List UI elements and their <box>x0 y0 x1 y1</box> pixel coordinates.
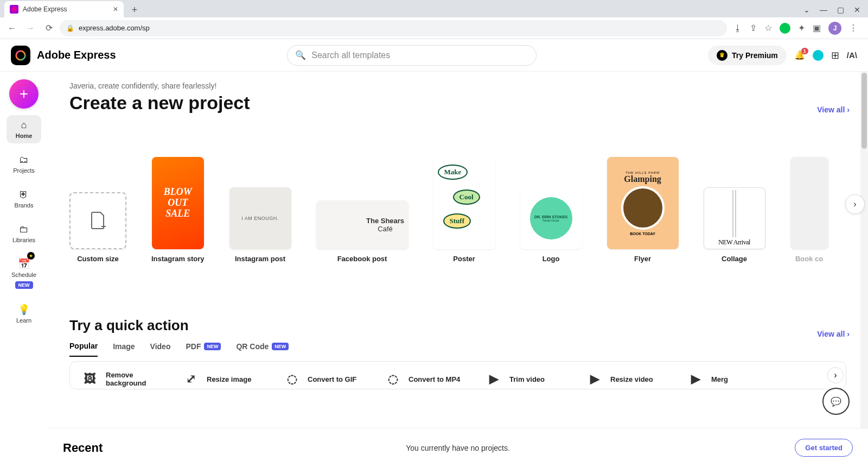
scrollbar-thumb[interactable] <box>861 73 867 149</box>
template-book-cover[interactable]: Book co <box>790 157 828 263</box>
adobe-icon[interactable]: /A\ <box>847 51 857 60</box>
sidebar-item-home[interactable]: ⌂ Home <box>7 115 41 143</box>
extensions-icon[interactable]: ✦ <box>798 23 805 33</box>
menu-icon[interactable]: ⋮ <box>849 23 858 33</box>
action-trim-video[interactable]: ▶Trim video <box>484 369 571 389</box>
chevron-right-icon: › <box>834 370 837 380</box>
mp4-icon: ◌ <box>384 370 402 388</box>
sidebar-item-projects[interactable]: 🗂 Projects <box>7 150 41 178</box>
try-premium-label: Try Premium <box>732 51 778 60</box>
close-window-icon[interactable]: ✕ <box>854 5 860 14</box>
get-started-button[interactable]: Get started <box>795 439 853 457</box>
quick-action-tabs: Popular Image Video PDFNEW QR CodeNEW <box>69 342 863 357</box>
card-label: Poster <box>453 255 475 263</box>
sidebar-item-brands[interactable]: ⛨ Brands <box>7 185 41 213</box>
try-premium-button[interactable]: ♛ Try Premium <box>708 46 787 65</box>
sidebar: + ⌂ Home 🗂 Projects ⛨ Brands 🗀 Libraries… <box>0 72 48 467</box>
sidebar-item-learn[interactable]: 💡 Learn <box>7 300 41 328</box>
install-icon[interactable]: ⭳ <box>733 23 742 33</box>
action-resize-video[interactable]: ▶Resize video <box>585 369 672 389</box>
actions-next-button[interactable]: › <box>827 367 844 383</box>
chevron-right-icon: › <box>847 105 850 114</box>
new-tab-button[interactable]: + <box>127 2 142 17</box>
window-controls: ⌄ — ▢ ✕ <box>796 5 868 17</box>
carousel-next-button[interactable]: › <box>845 194 865 214</box>
tab-pdf[interactable]: PDFNEW <box>186 342 221 356</box>
sidebar-item-label: Brands <box>15 202 34 209</box>
card-label: Book co <box>795 255 823 263</box>
profile-avatar[interactable]: J <box>828 22 841 35</box>
custom-size-thumb <box>69 192 126 249</box>
sidebar-item-libraries[interactable]: 🗀 Libraries <box>7 219 41 248</box>
tab-popular[interactable]: Popular <box>69 342 98 357</box>
view-all-actions-link[interactable]: View all› <box>817 330 850 338</box>
sidebar-item-label: Home <box>16 132 33 139</box>
apps-icon[interactable]: ⊞ <box>831 49 839 61</box>
chat-fab[interactable]: 💬 <box>822 388 850 415</box>
calendar-icon: 📅 <box>18 258 29 269</box>
notification-badge: 1 <box>801 48 808 54</box>
gif-icon: ◌ <box>283 370 301 388</box>
reload-button[interactable]: ⟳ <box>41 21 56 36</box>
card-label: Flyer <box>634 255 651 263</box>
notifications-button[interactable]: 🔔 1 <box>794 50 805 60</box>
card-label: Facebook post <box>337 255 387 263</box>
user-avatar[interactable] <box>813 50 824 61</box>
address-bar: ← → ⟳ 🔒 express.adobe.com/sp ⭳ ⇪ ☆ ✦ ▣ J… <box>0 17 868 39</box>
template-instagram-post[interactable]: I AM ENOUGH. Instagram post <box>229 187 291 263</box>
template-poster[interactable]: Make Cool Stuff Poster <box>433 157 495 263</box>
template-instagram-story[interactable]: BLOW OUT SALE Instagram story <box>151 157 205 263</box>
template-logo[interactable]: DR. ERIN STOKESFamily Doctor Logo <box>520 187 582 263</box>
template-collage[interactable]: NEW Arrival Collage <box>704 187 765 263</box>
action-convert-gif[interactable]: ◌Convert to GIF <box>283 369 369 389</box>
sidebar-item-schedule[interactable]: 📅 ★ Schedule NEW <box>7 254 41 293</box>
collage-thumb: NEW Arrival <box>704 187 765 249</box>
story-thumb: BLOW OUT SALE <box>152 157 204 249</box>
image-icon: 🖼 <box>81 370 99 388</box>
template-custom-size[interactable]: Custom size <box>69 192 126 263</box>
maximize-icon[interactable]: ▢ <box>837 5 844 14</box>
chevron-right-icon: › <box>853 199 856 209</box>
chevron-down-icon[interactable]: ⌄ <box>803 5 810 14</box>
lock-icon: 🔒 <box>66 24 74 32</box>
action-convert-mp4[interactable]: ◌Convert to MP4 <box>384 369 470 389</box>
extension-icons: ⭳ ⇪ ☆ ✦ ▣ J ⋮ <box>730 22 861 35</box>
app-body: + ⌂ Home 🗂 Projects ⛨ Brands 🗀 Libraries… <box>0 72 868 467</box>
tab-video[interactable]: Video <box>150 342 171 356</box>
back-button[interactable]: ← <box>4 21 20 36</box>
grammarly-icon[interactable] <box>780 23 790 34</box>
scrollbar[interactable] <box>860 72 868 467</box>
forward-button[interactable]: → <box>23 21 38 36</box>
minimize-icon[interactable]: — <box>820 5 827 14</box>
search-input[interactable]: 🔍 Search all templates <box>287 45 537 66</box>
sidebar-item-label: Projects <box>13 167 35 174</box>
tab-qr-code[interactable]: QR CodeNEW <box>236 342 289 356</box>
action-remove-background[interactable]: 🖼Remove background <box>81 369 168 389</box>
url-input[interactable]: 🔒 express.adobe.com/sp <box>60 20 727 36</box>
quick-actions-row: 🖼Remove background ⤢Resize image ◌Conver… <box>69 361 846 389</box>
new-badge: NEW <box>15 281 33 289</box>
learn-icon: 💡 <box>18 304 29 315</box>
action-resize-image[interactable]: ⤢Resize image <box>182 369 269 389</box>
resize-video-icon: ▶ <box>585 370 604 388</box>
close-tab-icon[interactable]: ✕ <box>113 5 118 13</box>
brands-icon: ⛨ <box>18 189 29 200</box>
chat-icon: 💬 <box>831 396 841 407</box>
trim-icon: ▶ <box>484 370 503 388</box>
sidebar-item-label: Schedule <box>11 272 36 278</box>
bookmark-icon[interactable]: ☆ <box>764 23 772 33</box>
insta-thumb: I AM ENOUGH. <box>229 187 291 249</box>
plus-icon: + <box>20 85 28 103</box>
sidepanel-icon[interactable]: ▣ <box>813 23 821 33</box>
action-merge[interactable]: ▶Merg <box>686 369 773 389</box>
create-fab[interactable]: + <box>9 79 39 109</box>
template-facebook-post[interactable]: The ShearsCafé Facebook post <box>316 200 409 263</box>
brand[interactable]: Adobe Express <box>11 46 116 65</box>
tab-image[interactable]: Image <box>113 342 135 356</box>
view-all-templates-link[interactable]: View all› <box>817 105 850 114</box>
empty-state-text: You currently have no projects. <box>406 444 510 452</box>
card-label: Instagram story <box>151 255 205 263</box>
share-icon[interactable]: ⇪ <box>750 23 757 33</box>
template-flyer[interactable]: THE HILLS FARM Glamping BOOK TODAY Flyer <box>607 157 679 263</box>
browser-tab[interactable]: Adobe Express ✕ <box>4 1 124 17</box>
